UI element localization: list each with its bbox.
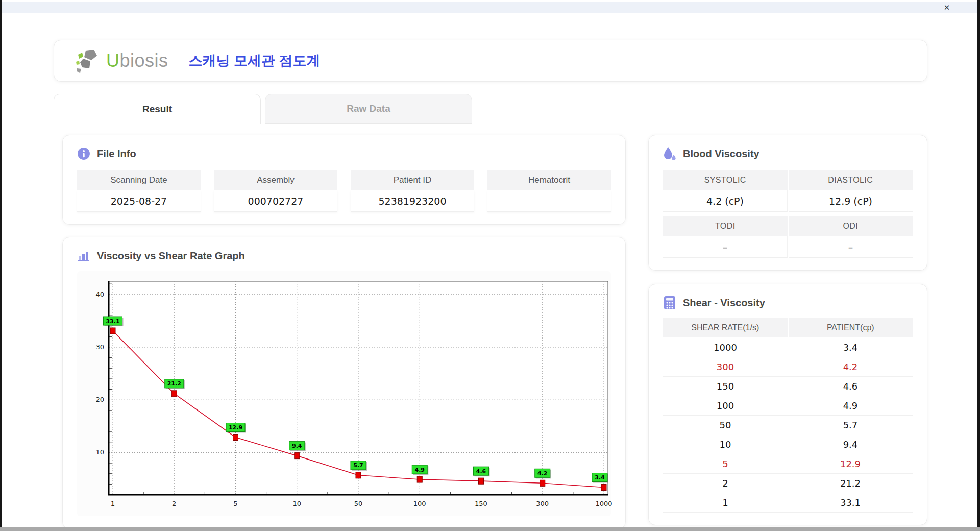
svg-text:20: 20 — [95, 396, 104, 403]
patient-column-header: PATIENT(cp) — [789, 318, 913, 337]
file-info-title: File Info — [97, 148, 136, 160]
patient-cell: 5.7 — [788, 416, 913, 435]
svg-text:33.1: 33.1 — [106, 318, 119, 325]
brand-name: Ubiosis — [106, 50, 168, 71]
bv-header-row: TODI ODI — [663, 216, 913, 236]
patient-cell: 4.9 — [788, 396, 913, 416]
shear-rate-cell: 150 — [663, 377, 788, 396]
tab-result[interactable]: Result — [54, 94, 261, 124]
file-info-fields: Scanning Date 2025-08-27 Assembly 000702… — [77, 170, 611, 212]
svg-text:30: 30 — [95, 343, 104, 351]
bv-spacer — [663, 212, 913, 216]
todi-value: – — [663, 236, 788, 258]
field-value: 000702727 — [214, 190, 337, 212]
app-header: Ubiosis 스캐닝 모세관 점도계 — [54, 40, 927, 82]
left-column: File Info Scanning Date 2025-08-27 Assem… — [62, 135, 626, 529]
table-row: 1504.6 — [663, 377, 913, 396]
field-patient-id: Patient ID 52381923200 — [351, 170, 474, 212]
shear-rate-cell: 1 — [663, 493, 788, 513]
svg-text:4.6: 4.6 — [476, 468, 486, 475]
viscosity-graph-card: Viscosity vs Shear Rate Graph 1020304012… — [62, 237, 626, 529]
tab-bar: Result Raw Data — [54, 94, 927, 124]
svg-text:21.2: 21.2 — [167, 380, 181, 387]
info-icon — [77, 147, 90, 161]
titlebar: ✕ — [2, 2, 977, 13]
patient-cell: 4.6 — [788, 377, 913, 396]
patient-cell: 33.1 — [788, 493, 913, 513]
shear-rate-cell: 100 — [663, 396, 788, 416]
close-icon[interactable]: ✕ — [941, 3, 952, 12]
svg-text:4.2: 4.2 — [537, 470, 548, 477]
svg-text:3.4: 3.4 — [595, 474, 605, 481]
shear-rate-cell: 5 — [663, 454, 788, 474]
svg-text:10: 10 — [95, 448, 104, 456]
table-row: 133.1 — [663, 493, 913, 513]
ubiosis-logo-icon — [76, 49, 102, 73]
page-title: 스캐닝 모세관 점도계 — [189, 52, 321, 70]
svg-text:2: 2 — [172, 500, 176, 508]
svg-text:100: 100 — [413, 500, 426, 508]
file-info-title-row: File Info — [77, 147, 611, 161]
table-row: 221.2 — [663, 474, 913, 493]
svg-text:4.9: 4.9 — [415, 467, 425, 473]
svg-text:50: 50 — [354, 500, 363, 508]
patient-cell: 21.2 — [788, 474, 913, 493]
file-info-card: File Info Scanning Date 2025-08-27 Assem… — [62, 135, 626, 225]
patient-cell: 9.4 — [788, 435, 913, 454]
odi-value: – — [789, 236, 913, 258]
shear-table-header-row: SHEAR RATE(1/s) PATIENT(cp) — [663, 318, 913, 338]
svg-text:5: 5 — [233, 500, 237, 508]
field-value: 2025-08-27 — [77, 190, 201, 212]
tab-raw-data[interactable]: Raw Data — [265, 94, 472, 124]
blood-viscosity-title-row: Blood Viscosity — [663, 147, 913, 161]
shear-rate-cell: 300 — [663, 357, 788, 377]
systolic-header: SYSTOLIC — [663, 170, 788, 190]
table-row: 109.4 — [663, 435, 913, 454]
bv-value-row: 4.2 (cP) 12.9 (cP) — [663, 190, 913, 212]
field-label: Scanning Date — [77, 170, 201, 190]
brand-u: U — [106, 50, 120, 71]
svg-text:12.9: 12.9 — [229, 424, 242, 431]
svg-text:1: 1 — [111, 500, 115, 508]
window-left-edge — [0, 0, 2, 531]
field-hematocrit: Hematocrit — [487, 170, 611, 212]
shear-rate-cell: 1000 — [663, 338, 788, 357]
main-area: Ubiosis 스캐닝 모세관 점도계 Result Raw Data — [54, 40, 927, 529]
svg-text:10: 10 — [292, 500, 301, 508]
shear-rate-cell: 2 — [663, 474, 788, 493]
shear-table-body: 10003.43004.21504.61004.9505.7109.4512.9… — [663, 338, 913, 513]
patient-cell: 4.2 — [788, 357, 913, 377]
patient-cell: 12.9 — [788, 454, 913, 474]
field-assembly: Assembly 000702727 — [214, 170, 337, 212]
chart-widget: 102030401251050100150300100033.121.212.9… — [77, 271, 611, 516]
patient-cell: 3.4 — [788, 338, 913, 357]
table-row: 505.7 — [663, 416, 913, 435]
diastolic-header: DIASTOLIC — [789, 170, 913, 190]
app-window: ✕ Ubiosis 스캐닝 모세관 점도계 Result Raw Data — [0, 0, 980, 531]
bar-chart-icon — [77, 249, 90, 263]
table-row: 10003.4 — [663, 338, 913, 357]
graph-title-row: Viscosity vs Shear Rate Graph — [77, 249, 611, 263]
table-row: 512.9 — [663, 454, 913, 474]
svg-text:9.4: 9.4 — [292, 443, 302, 449]
systolic-value: 4.2 (cP) — [663, 190, 788, 212]
shear-rate-cell: 10 — [663, 435, 788, 454]
blood-viscosity-title: Blood Viscosity — [683, 148, 760, 160]
field-label: Patient ID — [351, 170, 474, 190]
shear-viscosity-card: Shear - Viscosity SHEAR RATE(1/s) PATIEN… — [648, 284, 927, 525]
field-label: Assembly — [214, 170, 337, 190]
droplets-icon — [663, 147, 676, 161]
bv-header-row: SYSTOLIC DIASTOLIC — [663, 170, 913, 190]
field-label: Hematocrit — [487, 170, 611, 190]
svg-text:5.7: 5.7 — [353, 462, 363, 469]
svg-text:40: 40 — [95, 291, 104, 298]
viscosity-chart: 102030401251050100150300100033.121.212.9… — [77, 273, 612, 514]
ubiosis-logo: Ubiosis — [76, 49, 168, 73]
graph-title: Viscosity vs Shear Rate Graph — [97, 250, 245, 262]
content-area: File Info Scanning Date 2025-08-27 Assem… — [54, 135, 927, 529]
svg-text:150: 150 — [475, 500, 487, 508]
field-value — [487, 190, 611, 212]
blood-viscosity-card: Blood Viscosity SYSTOLIC DIASTOLIC 4.2 (… — [648, 135, 927, 271]
table-row: 3004.2 — [663, 357, 913, 377]
shear-viscosity-title-row: Shear - Viscosity — [663, 296, 913, 310]
